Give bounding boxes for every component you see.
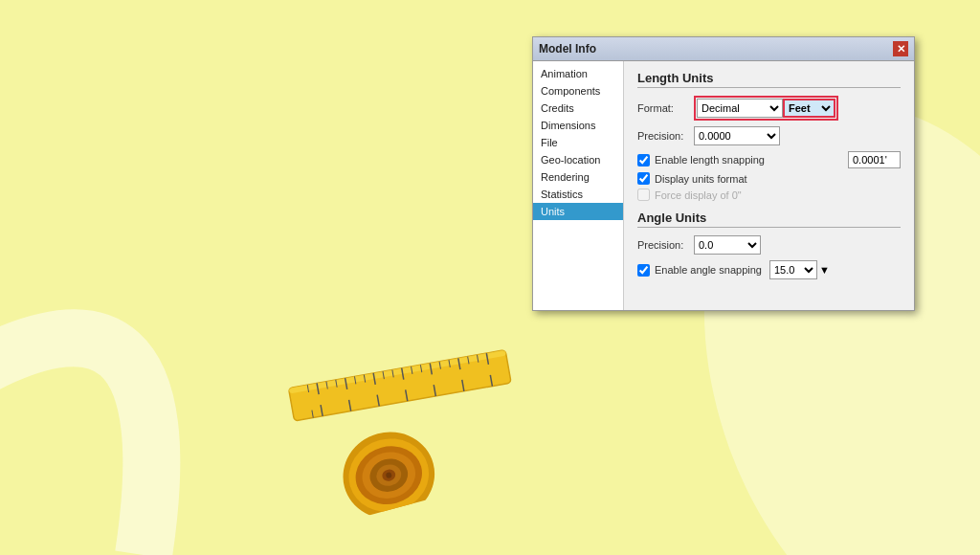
angle-snapping-label: Enable angle snapping [655, 264, 762, 276]
main-content: Length Units Format: Decimal Architectur… [624, 61, 914, 310]
angle-precision-label: Precision: [637, 239, 690, 251]
precision-row: Precision: 0 0.0 0.00 0.000 0.0000 0.000… [637, 126, 901, 145]
format-box: Decimal Architectural Engineering Fracti… [694, 96, 838, 121]
length-snapping-row: Enable length snapping [637, 151, 901, 168]
dialog-titlebar: Model Info ✕ [533, 37, 914, 61]
sidebar: Animation Components Credits Dimensions … [533, 61, 624, 310]
precision-select[interactable]: 0 0.0 0.00 0.000 0.0000 0.00000 [694, 126, 780, 145]
dialog-body: Animation Components Credits Dimensions … [533, 61, 914, 310]
unit-select[interactable]: Feet Inches Millimeters Centimeters Mete… [783, 99, 835, 118]
format-row: Format: Decimal Architectural Engineerin… [637, 96, 901, 121]
length-snapping-label: Enable length snapping [655, 154, 765, 166]
sidebar-item-statistics[interactable]: Statistics [533, 186, 623, 203]
force-display-label: Force display of 0" [655, 189, 742, 201]
sidebar-item-file[interactable]: File [533, 134, 623, 151]
force-display-checkbox[interactable] [637, 189, 650, 201]
format-label: Format: [637, 102, 690, 114]
display-units-checkbox[interactable] [637, 172, 650, 185]
force-display-row: Force display of 0" [637, 189, 901, 201]
length-snapping-checkbox[interactable] [637, 154, 650, 166]
angle-snapping-row: Enable angle snapping 15.0 5.0 1.0 0.5 ▼ [637, 260, 901, 279]
length-snapping-value[interactable] [848, 151, 901, 168]
sidebar-item-animation[interactable]: Animation [533, 65, 623, 82]
sidebar-item-rendering[interactable]: Rendering [533, 168, 623, 186]
precision-label: Precision: [637, 130, 690, 142]
model-info-dialog: Model Info ✕ Animation Components Credit… [532, 36, 915, 311]
angle-snap-select[interactable]: 15.0 5.0 1.0 0.5 [769, 260, 817, 279]
sidebar-item-credits[interactable]: Credits [533, 100, 623, 117]
close-button[interactable]: ✕ [893, 41, 908, 56]
display-units-row: Display units format [637, 172, 901, 185]
angle-precision-select[interactable]: 0 0.0 0.00 0.000 [694, 235, 761, 255]
sidebar-item-dimensions[interactable]: Dimensions [533, 117, 623, 134]
sidebar-item-geo-location[interactable]: Geo-location [533, 151, 623, 168]
length-units-title: Length Units [637, 71, 901, 88]
angle-snap-unit: ▼ [819, 264, 830, 276]
sidebar-item-units[interactable]: Units [533, 203, 623, 220]
angle-units-title: Angle Units [637, 211, 901, 228]
format-select[interactable]: Decimal Architectural Engineering Fracti… [697, 99, 783, 118]
display-units-label: Display units format [655, 173, 747, 185]
angle-precision-row: Precision: 0 0.0 0.00 0.000 [637, 235, 901, 255]
angle-snapping-checkbox[interactable] [637, 264, 650, 277]
dialog-title: Model Info [539, 42, 596, 56]
sidebar-item-components[interactable]: Components [533, 82, 623, 100]
